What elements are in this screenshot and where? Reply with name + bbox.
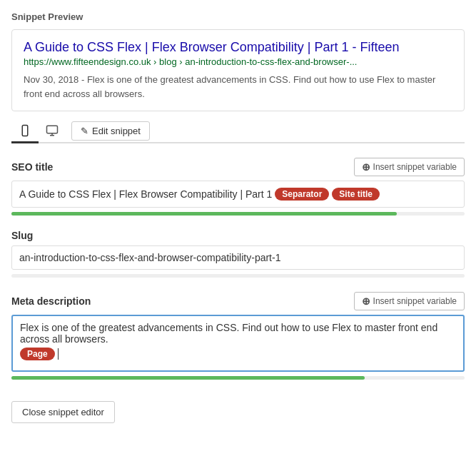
meta-description-text: Flex is one of the greatest advancements… — [20, 322, 456, 345]
meta-description-label: Meta description — [11, 295, 91, 307]
meta-description-field[interactable]: Flex is one of the greatest advancements… — [11, 315, 465, 372]
svg-rect-2 — [47, 126, 58, 133]
section-title: Snippet Preview — [11, 11, 465, 22]
site-title-tag[interactable]: Site title — [332, 188, 380, 201]
close-snippet-editor-button[interactable]: Close snippet editor — [11, 401, 115, 423]
meta-description-header: Meta description ⊕ Insert snippet variab… — [11, 292, 465, 310]
slug-section: Slug — [11, 230, 465, 278]
plus-icon-seo: ⊕ — [362, 161, 370, 173]
close-editor-label: Close snippet editor — [22, 407, 104, 417]
insert-snippet-variable-btn-seo[interactable]: ⊕ Insert snippet variable — [354, 158, 465, 176]
meta-description-section: Meta description ⊕ Insert snippet variab… — [11, 292, 465, 380]
tab-desktop[interactable] — [39, 120, 66, 143]
meta-description-content: Flex is one of the greatest advancements… — [20, 322, 456, 360]
seo-title-progress-fill — [11, 212, 397, 216]
slug-label: Slug — [11, 230, 33, 241]
insert-btn-label-seo: Insert snippet variable — [373, 162, 457, 172]
snippet-preview-box: A Guide to CSS Flex | Flex Browser Compa… — [11, 29, 465, 111]
svg-rect-0 — [22, 126, 28, 136]
seo-title-field[interactable]: A Guide to CSS Flex | Flex Browser Compa… — [11, 181, 465, 208]
slug-input[interactable] — [11, 245, 465, 270]
preview-meta: Nov 30, 2018 - Flex is one of the greate… — [24, 74, 435, 99]
tab-mobile[interactable] — [11, 120, 39, 143]
insert-snippet-variable-btn-meta[interactable]: ⊕ Insert snippet variable — [354, 292, 465, 310]
meta-description-progress-bar — [11, 376, 465, 380]
slug-progress-bar — [11, 274, 465, 278]
preview-url: https://www.fifteendesign.co.uk › blog ›… — [24, 56, 452, 67]
pencil-icon: ✎ — [81, 126, 88, 136]
separator-tag[interactable]: Separator — [275, 188, 329, 201]
snippet-preview-section: Snippet Preview A Guide to CSS Flex | Fl… — [11, 11, 465, 143]
mobile-icon — [19, 124, 31, 137]
edit-snippet-button[interactable]: ✎ Edit snippet — [71, 121, 150, 141]
edit-snippet-label: Edit snippet — [92, 126, 141, 136]
seo-title-progress-bar — [11, 212, 465, 216]
preview-title[interactable]: A Guide to CSS Flex | Flex Browser Compa… — [24, 40, 452, 55]
seo-title-header: SEO title ⊕ Insert snippet variable — [11, 158, 465, 176]
slug-header: Slug — [11, 230, 465, 241]
seo-title-label: SEO title — [11, 161, 53, 173]
insert-btn-label-meta: Insert snippet variable — [373, 296, 457, 306]
plus-icon-meta: ⊕ — [362, 295, 370, 307]
page-tag[interactable]: Page — [20, 348, 55, 360]
desktop-icon — [46, 124, 59, 137]
device-tabs-row: ✎ Edit snippet — [11, 120, 465, 143]
meta-description-progress-fill — [11, 376, 365, 380]
seo-title-section: SEO title ⊕ Insert snippet variable A Gu… — [11, 158, 465, 216]
seo-title-text: A Guide to CSS Flex | Flex Browser Compa… — [19, 188, 272, 200]
text-cursor — [58, 348, 59, 360]
